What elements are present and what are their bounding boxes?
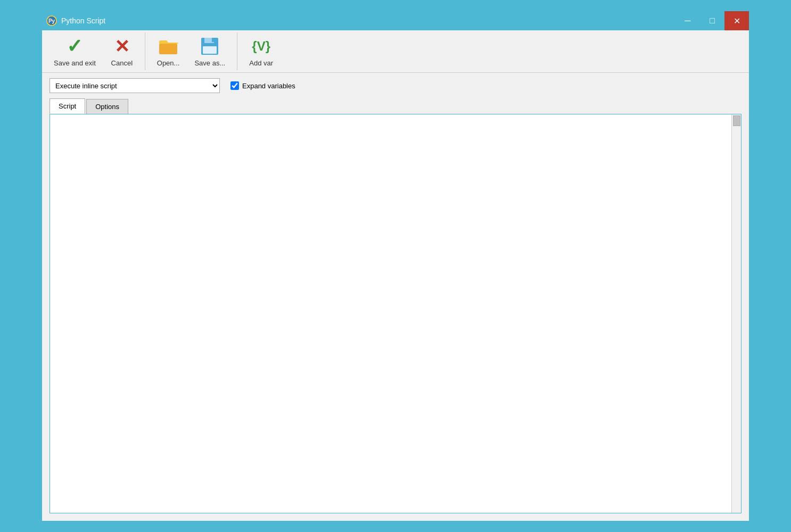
expand-variables-checkbox[interactable] [230,81,239,90]
vertical-scrollbar[interactable] [731,114,741,513]
open-label: Open... [157,59,180,67]
add-var-label: Add var [249,59,273,67]
close-button[interactable]: ✕ [724,11,749,30]
toolbar-group-file-actions: Save and exit Cancel [42,32,145,70]
scrollbar-thumb[interactable] [733,115,740,126]
cancel-label: Cancel [111,59,133,67]
save-exit-button[interactable]: Save and exit [46,34,103,69]
expand-variables-label[interactable]: Expand variables [230,81,295,90]
tab-script[interactable]: Script [50,98,85,114]
window-controls: ─ □ ✕ [675,11,749,30]
save-as-icon [199,36,220,57]
save-as-label: Save as... [194,59,225,67]
open-button[interactable]: Open... [150,34,187,69]
cancel-icon [111,36,133,57]
svg-rect-5 [212,38,215,42]
toolbar-group-file-io: Open... Save as... [145,32,237,70]
title-bar: Py Python Script ─ □ ✕ [42,11,749,30]
window-title: Python Script [61,16,105,25]
toolbar: Save and exit Cancel Open... [42,30,749,73]
cancel-button[interactable]: Cancel [103,34,141,69]
save-exit-icon [64,36,85,57]
app-icon: Py [46,15,57,26]
execution-mode-dropdown[interactable]: Execute inline script Execute script fil… [50,78,220,93]
editor-container [50,114,741,513]
tab-options[interactable]: Options [86,99,128,114]
script-editor[interactable] [50,114,731,513]
toolbar-group-variables: {V} Add var [237,32,285,70]
main-window: Py Python Script ─ □ ✕ Save and exit Can… [42,11,749,521]
open-icon [158,36,179,57]
add-var-button[interactable]: {V} Add var [242,34,281,69]
save-exit-label: Save and exit [54,59,96,67]
tabs-bar: Script Options [42,98,749,114]
svg-text:Py: Py [48,18,55,24]
controls-row: Execute inline script Execute script fil… [42,73,749,98]
add-var-icon: {V} [251,36,272,57]
svg-rect-6 [203,46,217,54]
minimize-button[interactable]: ─ [675,11,700,30]
expand-variables-text: Expand variables [242,82,295,90]
maximize-button[interactable]: □ [700,11,724,30]
svg-rect-2 [159,44,177,54]
save-as-button[interactable]: Save as... [187,34,233,69]
title-bar-left: Py Python Script [46,15,105,26]
